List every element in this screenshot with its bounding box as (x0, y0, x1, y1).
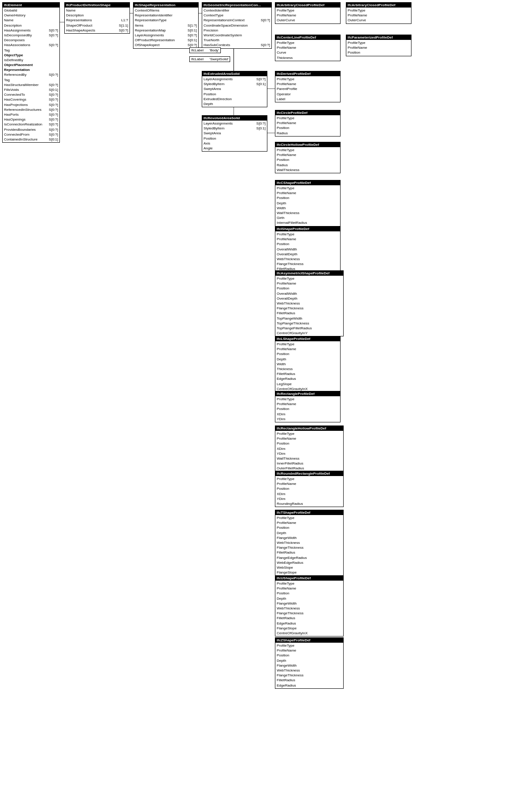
list-item: ProfileType (277, 581, 342, 586)
ifc-asymmetric-i-shape-profile-def-content: ProfileType ProfileName Position Overall… (275, 276, 343, 336)
list-item: Position (277, 525, 342, 530)
ifc-t-shape-profile-def-content: ProfileType ProfileName Position Depth F… (275, 515, 343, 580)
list-item: OwnerHistory (4, 13, 58, 18)
list-item: ProfileType (277, 186, 339, 191)
list-item: FlangeWidth (277, 663, 342, 668)
list-item: Position (204, 92, 266, 97)
ifc-circle-hollow-profile-def-content: ProfileType ProfileName Position Radius … (275, 147, 340, 173)
list-item: Curve (277, 50, 339, 55)
list-item: Angle (204, 146, 266, 151)
ifc-derived-profile-def-content: ProfileType ProfileName ParentProfile Op… (275, 76, 340, 102)
ifc-u-shape-profile-def-content: ProfileType ProfileName Position Depth F… (275, 581, 343, 636)
ifc-element-header: IfcElement (3, 3, 59, 8)
list-item: ParentProfile (277, 86, 339, 91)
list-item: ProfileName (277, 152, 339, 157)
list-item: Depth (277, 357, 339, 362)
list-item: EdgeRadius (277, 683, 342, 688)
ifc-l-shape-profile-def-box: IfcLShapeProfileDef ProfileType ProfileN… (275, 336, 341, 397)
list-item: ProfileType (277, 148, 339, 152)
ifc-rectangle-hollow-profile-def-content: ProfileType ProfileName Position XDim YD… (275, 431, 343, 472)
ifc-t-shape-profile-def-box: IfcTShapeProfileDef ProfileType ProfileN… (275, 510, 344, 581)
list-item: ProfileType (277, 40, 339, 45)
list-item: InternalFilletRadius (277, 220, 339, 225)
list-item: HasOpeningsS[0:?] (4, 117, 58, 122)
list-item: GlobalId (4, 8, 58, 13)
list-item: Depth (277, 531, 342, 535)
list-item: ProfileType (277, 431, 342, 436)
list-item: ProfileType (277, 232, 339, 237)
list-item: Position (277, 653, 342, 658)
list-item: FlangeEdgeRadius (277, 555, 342, 560)
list-item: Tag (4, 78, 58, 82)
list-item: RoundingRadius (277, 501, 342, 506)
list-item: Position (348, 50, 410, 55)
list-item: ProfileName (348, 45, 410, 50)
list-item: ProfileName (277, 586, 342, 591)
list-item: ProfileName (277, 481, 342, 486)
list-item: WebThickness (277, 257, 339, 262)
ifc-center-line-profile-def-header: IfcCenterLineProfileDef (275, 35, 340, 40)
list-item: FilletRadius (277, 311, 342, 316)
ifc-arbitrary-closed-profile-def-1-content: ProfileType ProfileName OuterCurve (275, 8, 340, 23)
list-item: ProfileType (277, 476, 342, 481)
ifc-circle-hollow-profile-def-header: IfcCircleHollowProfileDef (275, 142, 340, 147)
list-item: FilletRadius (277, 678, 342, 683)
list-item: ProfileName (348, 13, 410, 18)
ifc-extruded-area-solid-box: IfcExtrudedAreaSolid LayerAssignmentsS[0… (202, 71, 267, 107)
ifc-shape-representation-content: ContextOfItems RepresentationIdentifier … (133, 8, 198, 48)
ifc-shape-representation-header: IfcShapeRepresentation (133, 3, 198, 8)
list-item: ReferencedByS[0:?] (4, 72, 58, 77)
ifc-u-shape-profile-def-header: IfcUShapeProfileDef (275, 576, 343, 581)
list-item: OuterCurve (277, 18, 339, 23)
ifc-revolved-area-solid-content: LayerAssignmentsS[0:?] StyledByItemS[0:1… (202, 121, 267, 151)
list-item: Depth (204, 102, 266, 106)
list-item: TopFlangeWidth (277, 316, 342, 321)
list-item: FlangeThickness (277, 545, 342, 550)
list-item: OverallWidth (277, 291, 342, 296)
list-item: YDim (277, 417, 339, 422)
ifc-center-line-profile-def-content: ProfileType ProfileName Curve Thickness (275, 40, 340, 61)
list-item: IsDecomposedByS[0:?] (4, 33, 58, 38)
list-item: Position (277, 286, 342, 291)
list-item: Position (277, 441, 342, 446)
list-item: Position (204, 136, 266, 141)
list-item: ProfileName (277, 648, 342, 653)
list-item: LayerAssignmentsS[0:?] (204, 77, 266, 82)
list-item: TopFlangeThickness (277, 321, 342, 326)
list-item: CentreOfGravityInX (277, 631, 342, 636)
list-item: WebEdgeRadius (277, 560, 342, 565)
list-item: Position (277, 242, 339, 246)
list-item: Width (277, 362, 339, 367)
list-item: Axis (204, 141, 266, 146)
list-item: YDim (277, 451, 342, 456)
list-item: InnerFilletRadius (277, 461, 342, 466)
label-swept-solid-text: IfcLabel 'SweptSolid' (191, 57, 228, 61)
label-body: IfcLabel 'Body' (189, 47, 221, 53)
ifc-rectangle-hollow-profile-def-box: IfcRectangleHollowProfileDef ProfileType… (275, 426, 344, 472)
list-item: Position (277, 195, 339, 200)
list-item: Representation (4, 67, 58, 72)
list-item: FlangeWidth (277, 601, 342, 606)
list-item: LayerAssignmentsS[0:?] (135, 33, 197, 38)
list-item: TopFlangeFilletRadius (277, 326, 342, 331)
list-item: Position (277, 351, 339, 356)
ifc-shape-representation-box: IfcShapeRepresentation ContextOfItems Re… (133, 2, 199, 49)
list-item: ProfileName (277, 347, 339, 351)
ifc-z-shape-profile-def-header: IfcZShapeProfileDef (275, 638, 343, 643)
ifc-derived-profile-def-box: IfcDerivedProfileDef ProfileType Profile… (275, 71, 341, 102)
ifc-geometric-representation-context-header: IfcGeometricRepresentationCon... (202, 3, 271, 8)
list-item: FilletRadius (277, 371, 339, 376)
ifc-element-box: IfcElement GlobalId OwnerHistory Name De… (2, 2, 60, 143)
list-item: Name (4, 18, 58, 23)
list-item: ObjectType (4, 53, 58, 58)
list-item: ProfileType (277, 116, 339, 121)
ifc-parameterized-profile-def-box: IfcParameterizedProfileDef ProfileType P… (346, 35, 411, 56)
ifc-t-shape-profile-def-header: IfcTShapeProfileDef (275, 510, 343, 515)
list-item: Depth (277, 201, 339, 206)
ifc-derived-profile-def-header: IfcDerivedProfileDef (275, 71, 340, 76)
list-item: Radius (277, 163, 339, 168)
label-body-text: IfcLabel 'Body' (191, 48, 219, 52)
list-item: Thickness (277, 55, 339, 60)
list-item: ProfileName (277, 82, 339, 86)
list-item: ProfileType (348, 8, 410, 13)
